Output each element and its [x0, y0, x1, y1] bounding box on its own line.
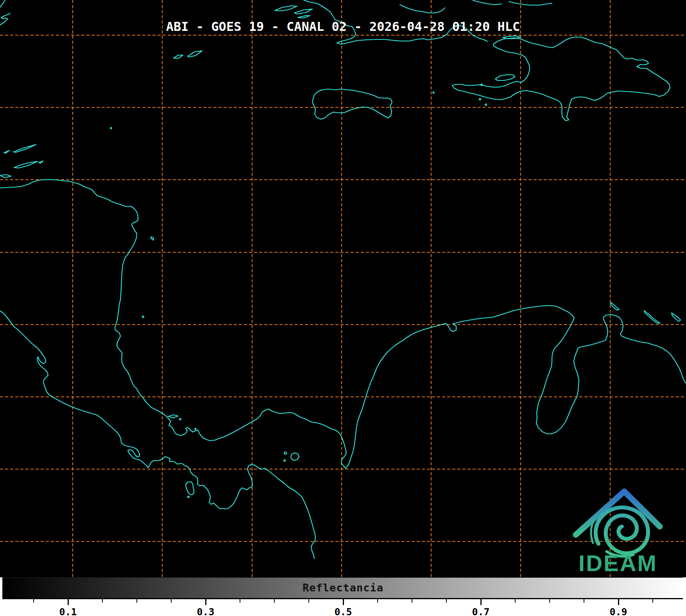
- image-title: ABI - GOES 19 - CANAL 02 - 2026-04-28 01…: [166, 20, 520, 34]
- logo-brush-icon: [591, 521, 594, 543]
- island: [298, 16, 310, 18]
- satellite-map: IDEAM: [0, 0, 686, 577]
- coastline-jamaica: [312, 89, 392, 119]
- colorbar-minor-tick: [652, 599, 653, 603]
- coastline-hispaniola: [452, 37, 670, 121]
- logo-spiral-icon: [596, 507, 648, 553]
- colorbar-tick-label: 0.1: [52, 606, 84, 616]
- coastline-fragment: [400, 5, 445, 13]
- colorbar-minor-tick: [412, 599, 412, 603]
- colorbar-minor-tick: [584, 599, 584, 603]
- island: [291, 453, 299, 461]
- island: [179, 418, 181, 420]
- island: [672, 313, 681, 321]
- island: [14, 161, 38, 168]
- colorbar-major-tick: [618, 599, 619, 605]
- graticule-grid: [0, 0, 686, 577]
- coastline-fragment: [0, 13, 10, 25]
- island: [433, 92, 434, 93]
- island-gonave: [495, 75, 515, 80]
- island-bonaire: [644, 311, 660, 323]
- island: [168, 415, 178, 418]
- logo-wordmark: IDEAM: [579, 550, 657, 576]
- island: [110, 127, 111, 129]
- colorbar-tick-label: 0.3: [190, 606, 221, 616]
- colorbar-minor-tick: [446, 599, 447, 603]
- colorbar-major-tick: [343, 599, 344, 605]
- coastline-fragment: [509, 2, 552, 5]
- colorbar-tick-label: 0.9: [603, 606, 634, 616]
- colorbar-minor-tick: [33, 599, 34, 603]
- colorbar-minor-tick: [136, 599, 137, 603]
- colorbar-tick-label: 0.5: [328, 606, 359, 616]
- island: [188, 51, 202, 57]
- colorbar-title: Reflectancia: [303, 582, 383, 594]
- coastline-fragment: [473, 0, 502, 5]
- island: [485, 104, 487, 105]
- colorbar-minor-tick: [308, 599, 309, 603]
- colorbar-major-tick: [205, 599, 206, 605]
- coastline-pacific: [0, 311, 315, 559]
- ideam-logo: IDEAM: [576, 491, 660, 576]
- island: [13, 145, 36, 152]
- colorbar-major-tick: [68, 599, 69, 605]
- coastline-fragment: [0, 0, 5, 7]
- island: [195, 428, 196, 429]
- island: [294, 9, 312, 14]
- colorbar-minor-tick: [274, 599, 275, 603]
- colorbar-minor-tick: [549, 599, 550, 603]
- satellite-image-viewport: IDEAM ABI - GOES 19 - CANAL 02 - 2026-04…: [0, 0, 686, 616]
- colorbar-tick-label: 0.7: [465, 606, 496, 616]
- island: [0, 175, 11, 178]
- island: [174, 55, 183, 58]
- island: [188, 496, 189, 498]
- colorbar-minor-tick: [240, 599, 240, 603]
- island: [479, 98, 481, 100]
- island: [284, 452, 287, 454]
- colorbar-minor-tick: [377, 599, 378, 603]
- island: [4, 150, 9, 153]
- coastline-caribbean-mainland: [0, 180, 686, 468]
- colorbar-major-tick: [480, 599, 482, 605]
- colorbar: Reflectancia 0.10.30.50.70.9: [0, 577, 686, 616]
- island: [151, 237, 154, 240]
- island-curacao: [611, 302, 619, 310]
- island: [142, 316, 144, 318]
- colorbar-minor-tick: [171, 599, 172, 603]
- island-coiba: [186, 482, 194, 495]
- colorbar-minor-tick: [102, 599, 103, 603]
- island: [275, 6, 297, 11]
- colorbar-minor-tick: [515, 599, 516, 603]
- island: [284, 460, 285, 461]
- island: [39, 161, 43, 163]
- coastlines: [0, 0, 686, 559]
